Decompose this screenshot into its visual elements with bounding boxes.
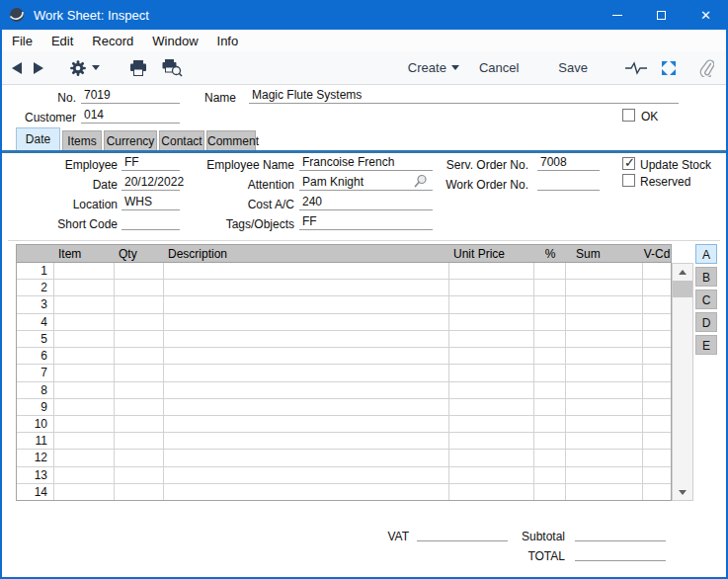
- grid-cell[interactable]: [164, 484, 449, 500]
- flip-tab-e[interactable]: E: [695, 335, 717, 355]
- short-code-field[interactable]: [121, 214, 180, 230]
- grid-cell[interactable]: [54, 365, 115, 380]
- grid-cell[interactable]: [164, 296, 449, 312]
- grid-cell[interactable]: [534, 365, 566, 380]
- grid-cell[interactable]: [643, 416, 671, 432]
- grid-cell[interactable]: [643, 399, 671, 415]
- grid-cell[interactable]: [566, 484, 643, 500]
- grid-cell[interactable]: [115, 296, 164, 312]
- grid-cell[interactable]: [449, 296, 534, 312]
- grid-cell[interactable]: [164, 416, 449, 432]
- grid-cell[interactable]: [115, 433, 164, 449]
- grid-cell[interactable]: [449, 365, 534, 380]
- total-field[interactable]: [575, 545, 666, 561]
- grid-cell[interactable]: [164, 399, 449, 415]
- grid-cell[interactable]: [115, 399, 164, 415]
- grid-cell[interactable]: [164, 263, 449, 279]
- grid-cell[interactable]: [643, 467, 671, 483]
- table-row[interactable]: 2: [17, 280, 671, 296]
- column-header-percent[interactable]: %: [534, 245, 566, 263]
- grid-cell[interactable]: [643, 365, 671, 380]
- grid-cell[interactable]: [534, 348, 566, 364]
- create-button[interactable]: Create: [408, 60, 459, 75]
- grid-cell[interactable]: [54, 450, 115, 465]
- column-header-unit-price[interactable]: Unit Price: [449, 245, 534, 263]
- tab-items[interactable]: Items: [62, 130, 102, 150]
- tags-objects-field[interactable]: FF: [299, 214, 433, 230]
- grid-cell[interactable]: [566, 450, 643, 465]
- grid-cell[interactable]: [566, 467, 643, 483]
- grid-cell[interactable]: [643, 433, 671, 449]
- location-field[interactable]: WHS: [121, 195, 180, 210]
- grid-cell[interactable]: [449, 416, 534, 432]
- grid-cell[interactable]: [534, 399, 566, 415]
- grid-cell[interactable]: [449, 433, 534, 449]
- grid-cell[interactable]: [54, 331, 115, 347]
- scrollbar-track[interactable]: [673, 298, 692, 484]
- cancel-button[interactable]: Cancel: [479, 60, 519, 75]
- grid-cell[interactable]: [164, 467, 449, 483]
- grid-cell[interactable]: [566, 348, 643, 364]
- grid-cell[interactable]: [566, 416, 643, 432]
- flip-tab-d[interactable]: D: [695, 312, 717, 332]
- grid-cell[interactable]: [566, 296, 643, 312]
- flip-tab-a[interactable]: A: [695, 244, 717, 264]
- menu-file[interactable]: File: [10, 34, 35, 48]
- grid-cell[interactable]: [534, 314, 566, 330]
- grid-cell[interactable]: [534, 263, 566, 279]
- column-header-description[interactable]: Description: [164, 245, 449, 263]
- expand-icon[interactable]: [661, 60, 677, 76]
- save-button[interactable]: Save: [558, 60, 588, 75]
- subtotal-field[interactable]: [575, 526, 666, 541]
- table-row[interactable]: 5: [17, 331, 671, 348]
- tab-currency[interactable]: Currency: [104, 130, 157, 150]
- no-field[interactable]: 7019: [81, 88, 180, 104]
- grid-cell[interactable]: [566, 263, 643, 279]
- grid-cell[interactable]: [115, 348, 164, 364]
- grid-cell[interactable]: [164, 450, 449, 465]
- flip-tab-b[interactable]: B: [695, 267, 717, 287]
- column-header-vcd[interactable]: V-Cd: [643, 245, 671, 263]
- grid-cell[interactable]: [534, 416, 566, 432]
- grid-cell[interactable]: [449, 314, 534, 330]
- employee-field[interactable]: FF: [121, 155, 180, 171]
- table-row[interactable]: 4: [17, 314, 671, 331]
- grid-cell[interactable]: [643, 331, 671, 347]
- attention-field[interactable]: Pam Knight: [299, 175, 433, 191]
- grid-cell[interactable]: [449, 399, 534, 415]
- grid-cell[interactable]: [449, 467, 534, 483]
- grid-cell[interactable]: [115, 280, 164, 295]
- grid-cell[interactable]: [164, 331, 449, 347]
- serv-order-no-field[interactable]: 7008: [537, 155, 600, 171]
- table-row[interactable]: 6: [17, 348, 671, 365]
- column-header-qty[interactable]: Qty: [115, 245, 164, 263]
- grid-cell[interactable]: [566, 365, 643, 380]
- grid-cell[interactable]: [449, 450, 534, 465]
- paperclip-icon[interactable]: [698, 59, 714, 77]
- table-row[interactable]: 10: [17, 416, 671, 433]
- grid-cell[interactable]: [534, 433, 566, 449]
- grid-cell[interactable]: [566, 382, 643, 398]
- scroll-up-button[interactable]: [673, 264, 692, 280]
- column-header-item[interactable]: Item: [54, 245, 115, 263]
- grid-cell[interactable]: [54, 382, 115, 398]
- grid-cell[interactable]: [449, 263, 534, 279]
- grid-cell[interactable]: [534, 280, 566, 295]
- activity-pulse-icon[interactable]: [625, 61, 647, 75]
- grid-cell[interactable]: [566, 399, 643, 415]
- print-preview-icon[interactable]: [161, 59, 183, 77]
- table-row[interactable]: 13: [17, 467, 671, 484]
- grid-cell[interactable]: [449, 382, 534, 398]
- menu-record[interactable]: Record: [90, 34, 135, 48]
- ok-checkbox[interactable]: [622, 109, 635, 122]
- grid-cell[interactable]: [643, 382, 671, 398]
- grid-cell[interactable]: [643, 484, 671, 500]
- grid-cell[interactable]: [115, 467, 164, 483]
- scroll-down-button[interactable]: [673, 484, 692, 500]
- grid-cell[interactable]: [164, 314, 449, 330]
- table-row[interactable]: 11: [17, 433, 671, 450]
- table-row[interactable]: 14: [17, 484, 671, 500]
- grid-cell[interactable]: [534, 467, 566, 483]
- grid-cell[interactable]: [643, 314, 671, 330]
- grid-cell[interactable]: [449, 280, 534, 295]
